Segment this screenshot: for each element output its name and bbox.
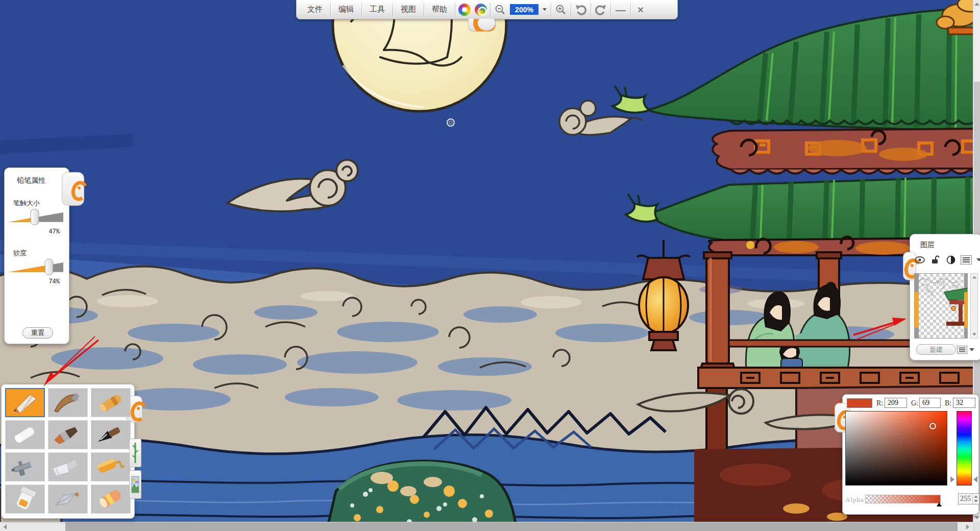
tool-airbrush[interactable] — [5, 452, 45, 481]
menu-help[interactable]: 帮助 — [425, 2, 454, 17]
alpha-decrement-arrow[interactable] — [974, 500, 978, 502]
toolbar-separator — [551, 3, 551, 16]
tool-ink-brush[interactable] — [91, 420, 131, 449]
tool-wooden-brush[interactable] — [48, 388, 88, 417]
menu-edit[interactable]: 编辑 — [332, 2, 360, 17]
layer-menu-button[interactable] — [961, 255, 972, 264]
toolbar-separator — [330, 3, 331, 16]
tool-pencil[interactable] — [5, 388, 45, 417]
scroll-up-button[interactable] — [973, 0, 980, 8]
r-input[interactable] — [885, 398, 907, 408]
undo-icon — [575, 4, 587, 15]
horizontal-scroll-thumb[interactable] — [65, 522, 958, 531]
tool-crayon[interactable] — [91, 388, 131, 417]
zoom-out-button[interactable] — [492, 2, 509, 17]
paint-roller-icon — [94, 455, 127, 479]
colorful-face-logo-icon[interactable] — [458, 4, 471, 16]
layer-thumbnail-preview — [915, 274, 968, 339]
current-color-swatch[interactable] — [847, 398, 872, 408]
palette-knife-icon — [52, 487, 84, 512]
colorful-ring-logo-icon[interactable] — [475, 4, 487, 16]
brush-size-label: 笔触大小 — [13, 199, 69, 208]
panel-handle-icon — [131, 401, 141, 417]
hue-marker-left[interactable] — [950, 476, 954, 482]
color-field-cursor[interactable] — [929, 423, 936, 429]
pencil-icon — [9, 391, 41, 415]
layers-options-button[interactable] — [957, 346, 967, 354]
saturation-value-field[interactable] — [845, 411, 947, 486]
redo-button[interactable] — [592, 2, 609, 17]
chalk-icon — [9, 423, 41, 447]
layers-scroll-down[interactable] — [971, 331, 977, 338]
paintbrush-icon — [52, 423, 84, 447]
canvas-artwork — [0, 0, 980, 531]
bamboo-stamps-tab[interactable] — [129, 439, 141, 467]
brush-size-value: 47% — [5, 228, 60, 235]
new-layer-button[interactable]: 新建 — [916, 344, 956, 355]
scroll-left-button[interactable] — [0, 522, 10, 531]
toolbar-separator — [393, 3, 393, 16]
layers-scroll-up[interactable] — [971, 274, 977, 281]
unlock-icon — [931, 255, 939, 264]
toolbar-drag-handle[interactable] — [468, 19, 496, 32]
layer-thumbnail[interactable] — [914, 273, 968, 339]
scroll-right-button[interactable] — [963, 522, 973, 531]
tool-chalk[interactable] — [5, 420, 45, 449]
b-input[interactable] — [953, 398, 975, 408]
hue-bar[interactable] — [957, 411, 972, 486]
layer-blend-button[interactable] — [945, 255, 956, 265]
alpha-slider[interactable] — [865, 495, 941, 503]
toolbar-separator — [610, 3, 611, 16]
menu-view[interactable]: 视图 — [394, 2, 423, 17]
drawing-canvas[interactable] — [0, 0, 980, 531]
menu-tools[interactable]: 工具 — [363, 2, 391, 17]
zoom-in-button[interactable] — [552, 2, 570, 17]
menu-file[interactable]: 文件 — [301, 2, 329, 17]
tool-palette-knife[interactable] — [48, 485, 88, 514]
minimize-button[interactable]: — — [612, 2, 629, 17]
flat-brush-icon — [52, 455, 84, 479]
close-icon: × — [638, 5, 644, 15]
tool-paintbrush[interactable] — [48, 420, 88, 449]
horizontal-scrollbar[interactable] — [0, 522, 973, 531]
alpha-label: Alpha — [845, 496, 864, 504]
reset-button[interactable]: 重置 — [22, 327, 53, 339]
eye-icon — [915, 256, 925, 263]
scroll-down-button[interactable] — [973, 514, 980, 522]
layers-options-dropdown-arrow[interactable] — [969, 348, 974, 351]
layer-menu-dropdown-arrow[interactable] — [976, 258, 980, 261]
toolbar-separator — [591, 3, 591, 16]
toolbar-separator — [490, 3, 491, 16]
pencil-properties-panel: 铅笔属性 笔触大小 47% 软度 74% 重置 — [4, 167, 69, 344]
g-input[interactable] — [919, 398, 941, 408]
toolbar-separator — [424, 3, 424, 16]
hue-marker-right[interactable] — [973, 476, 977, 482]
brush-size-slider[interactable] — [9, 211, 63, 224]
half-circle-icon — [946, 255, 955, 264]
layer-visibility-button[interactable] — [914, 255, 925, 265]
layer-lock-button[interactable] — [929, 255, 940, 265]
brush-size-slider-thumb[interactable] — [30, 209, 39, 225]
zoom-level-value[interactable]: 200% — [510, 4, 538, 15]
tool-eraser[interactable] — [91, 485, 131, 514]
toolbar-separator — [630, 3, 631, 16]
alpha-slider-marker[interactable] — [937, 502, 942, 506]
paint-bottle-icon — [9, 487, 41, 512]
b-label: B: — [945, 399, 951, 407]
zoom-dropdown-arrow[interactable] — [543, 8, 547, 11]
tool-paint-bottle[interactable] — [5, 485, 45, 514]
alpha-increment-arrow[interactable] — [974, 495, 978, 498]
color-picker-panel: R: G: B: Alpha 255 — [842, 394, 979, 515]
close-button[interactable]: × — [632, 2, 649, 17]
picture-stamps-tab[interactable] — [129, 470, 141, 499]
tool-flat-brush[interactable] — [48, 452, 88, 481]
scrollbar-corner — [973, 522, 980, 531]
layers-scrollbar[interactable] — [970, 273, 978, 339]
redo-icon — [595, 4, 607, 15]
softness-slider-thumb[interactable] — [45, 259, 54, 275]
tool-paint-roller[interactable] — [91, 452, 131, 481]
softness-slider[interactable] — [9, 261, 63, 274]
panel-handle-icon — [904, 258, 915, 274]
undo-button[interactable] — [572, 2, 590, 17]
alpha-spinner[interactable]: 255 — [958, 493, 979, 504]
